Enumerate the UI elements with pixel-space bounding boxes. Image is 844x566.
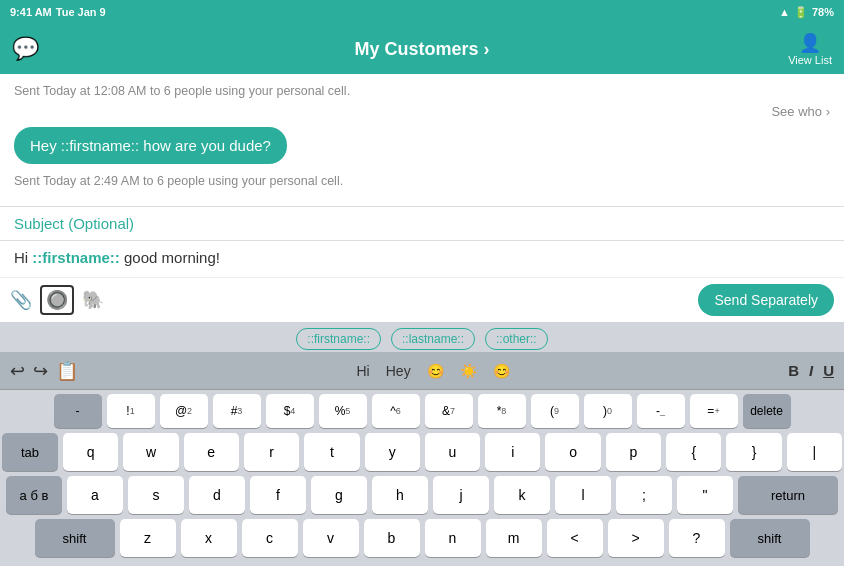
key-7[interactable]: &7 [425,394,473,428]
key-j[interactable]: j [433,476,489,514]
view-list-button[interactable]: 👤 View List [788,32,832,66]
wifi-icon: ▲ [779,6,790,18]
key-period[interactable]: > [608,519,664,557]
key-lbracket[interactable]: { [666,433,721,471]
status-time: 9:41 AM [10,6,52,18]
sent-info-1: Sent Today at 12:08 AM to 6 people using… [14,84,830,98]
key-5[interactable]: %5 [319,394,367,428]
suggestion-other[interactable]: ::other:: [485,328,548,350]
underline-button[interactable]: U [823,362,834,379]
view-list-label: View List [788,54,832,66]
key-m[interactable]: m [486,519,542,557]
suggestion-hi[interactable]: Hi [357,363,370,379]
emoji-icon[interactable]: 🐘 [82,289,104,311]
key-x[interactable]: x [181,519,237,557]
header-title: My Customers › [354,39,489,60]
key-q[interactable]: q [63,433,118,471]
attach-icon[interactable]: 📎 [10,289,32,311]
kb-toolbar: ↩ ↪ 📋 Hi Hey 😊 ☀️ 😊 B I U [0,352,844,390]
key-8[interactable]: *8 [478,394,526,428]
key-1[interactable]: !1 [107,394,155,428]
key-i[interactable]: i [485,433,540,471]
key-r[interactable]: r [244,433,299,471]
key-u[interactable]: u [425,433,480,471]
key-plus[interactable]: =+ [690,394,738,428]
chat-area: Sent Today at 12:08 AM to 6 people using… [0,74,844,206]
see-who-link[interactable]: See who › [14,104,830,119]
key-minus[interactable]: - [54,394,102,428]
key-l[interactable]: l [555,476,611,514]
key-6[interactable]: ^6 [372,394,420,428]
shift-left[interactable]: shift [35,519,115,557]
delete-key[interactable]: delete [743,394,791,428]
redo-icon[interactable]: ↪ [33,360,48,382]
row-asdf: а б в a s d f g h j k l ; " return [2,476,842,514]
key-k[interactable]: k [494,476,550,514]
status-date: Tue Jan 9 [56,6,106,18]
key-9[interactable]: (9 [531,394,579,428]
key-v[interactable]: v [303,519,359,557]
key-t[interactable]: t [304,433,359,471]
return-key[interactable]: return [738,476,838,514]
key-o[interactable]: o [545,433,600,471]
key-4[interactable]: $4 [266,394,314,428]
key-g[interactable]: g [311,476,367,514]
suggestion-emoji2[interactable]: 😊 [493,363,510,379]
undo-icon[interactable]: ↩ [10,360,25,382]
message-field[interactable]: Hi ::firstname:: good morning! [0,241,844,277]
back-chat-icon[interactable]: 💬 [12,36,39,62]
key-2[interactable]: @2 [160,394,208,428]
key-d[interactable]: d [189,476,245,514]
key-n[interactable]: n [425,519,481,557]
key-comma[interactable]: < [547,519,603,557]
row-zxcv: shift z x c v b n m < > ? shift [2,519,842,557]
key-w[interactable]: w [123,433,178,471]
status-bar: 9:41 AM Tue Jan 9 ▲ 🔋 78% [0,0,844,24]
status-left: 9:41 AM Tue Jan 9 [10,6,106,18]
key-a[interactable]: a [67,476,123,514]
view-list-icon: 👤 [799,32,821,54]
message-hi: Hi [14,249,32,266]
key-h[interactable]: h [372,476,428,514]
kb-format-toolbar: B I U [788,362,834,379]
key-b[interactable]: b [364,519,420,557]
suggestion-sun[interactable]: ☀️ [460,363,477,379]
firstname-tag: ::firstname:: [32,249,120,266]
key-3[interactable]: #3 [213,394,261,428]
image-icon[interactable]: 🔘 [40,285,74,315]
suggestion-emoji1[interactable]: 😊 [427,363,444,379]
key-z[interactable]: z [120,519,176,557]
paste-icon[interactable]: 📋 [56,360,78,382]
bubble-text-1: Hey ::firstname:: how are you dude? [14,127,287,164]
key-dash[interactable]: -_ [637,394,685,428]
send-separately-button[interactable]: Send Separately [698,284,834,316]
bold-button[interactable]: B [788,362,799,379]
key-e[interactable]: e [184,433,239,471]
suggestion-lastname[interactable]: ::lastname:: [391,328,475,350]
suggestion-firstname[interactable]: ::firstname:: [296,328,381,350]
subject-placeholder: Subject (Optional) [14,215,134,232]
key-0[interactable]: )0 [584,394,632,428]
italic-button[interactable]: I [809,362,813,379]
key-slash[interactable]: ? [669,519,725,557]
kb-toolbar-middle: Hi Hey 😊 ☀️ 😊 [90,363,776,379]
caps-key[interactable]: а б в [6,476,62,514]
compose-area: Subject (Optional) Hi ::firstname:: good… [0,206,844,322]
key-semicolon[interactable]: ; [616,476,672,514]
key-f[interactable]: f [250,476,306,514]
compose-toolbar: 📎 🔘 🐘 Send Separately [0,277,844,322]
key-s[interactable]: s [128,476,184,514]
suggestion-hey[interactable]: Hey [386,363,411,379]
key-quote[interactable]: " [677,476,733,514]
key-pipe[interactable]: | [787,433,842,471]
shift-right[interactable]: shift [730,519,810,557]
subject-field[interactable]: Subject (Optional) [0,207,844,241]
key-rbracket[interactable]: } [726,433,781,471]
key-p[interactable]: p [606,433,661,471]
key-c[interactable]: c [242,519,298,557]
tab-key[interactable]: tab [2,433,58,471]
key-y[interactable]: y [365,433,420,471]
toolbar-left: 📎 🔘 🐘 [10,285,104,315]
header-back[interactable]: 💬 [12,36,39,62]
row-qwerty: tab q w e r t y u i o p { } | [2,433,842,471]
